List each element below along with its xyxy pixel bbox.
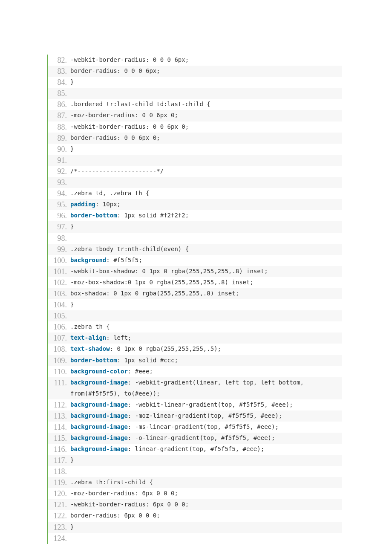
line-number: 114. [48, 422, 69, 433]
line-content: .zebra th { [69, 321, 342, 332]
line-content: background-image: -o-linear-gradient(top… [69, 433, 342, 444]
line-content: -webkit-border-radius: 0 0 6px 0; [69, 121, 342, 133]
line-number: 87. [48, 110, 69, 121]
code-text: : #f5f5f5; [106, 257, 142, 263]
line-content: border-bottom: 1px solid #f2f2f2; [69, 210, 342, 221]
code-line: 96.border-bottom: 1px solid #f2f2f2; [48, 210, 342, 221]
page-container: 82.-webkit-border-radius: 0 0 0 6px;83.b… [0, 0, 392, 555]
keyword: background-image [70, 434, 128, 441]
line-content: } [69, 144, 342, 155]
code-line: 113.background-image: -moz-linear-gradie… [48, 410, 342, 422]
code-text: .zebra tbody tr:nth-child(even) { [70, 246, 189, 252]
line-number: 89. [48, 133, 69, 144]
line-number: 118. [48, 466, 69, 477]
code-listing: 82.-webkit-border-radius: 0 0 0 6px;83.b… [47, 55, 342, 544]
code-line: 104.} [48, 299, 342, 310]
keyword: border-bottom [70, 212, 117, 219]
line-content: border-bottom: 1px solid #ccc; [69, 355, 342, 366]
code-line: 89.border-radius: 0 0 6px 0; [48, 133, 342, 144]
line-number: 88. [48, 121, 69, 133]
line-number: 102. [48, 277, 69, 288]
code-line: 116.background-image: linear-gradient(to… [48, 444, 342, 455]
line-number: 90. [48, 144, 69, 155]
line-content [69, 533, 342, 544]
line-content: -moz-border-radius: 0 0 6px 0; [69, 110, 342, 121]
code-line: 99..zebra tbody tr:nth-child(even) { [48, 244, 342, 255]
line-content: -moz-box-shadow:0 1px 0 rgba(255,255,255… [69, 277, 342, 288]
line-content: border-radius: 0 0 0 6px; [69, 66, 342, 77]
code-text: -webkit-box-shadow: 0 1px 0 rgba(255,255… [70, 268, 268, 275]
code-line: 92./*----------------------*/ [48, 166, 342, 177]
line-content: -webkit-box-shadow: 0 1px 0 rgba(255,255… [69, 266, 342, 277]
code-line: 122.border-radius: 6px 0 0 0; [48, 510, 342, 521]
code-text: box-shadow: 0 1px 0 rgba(255,255,255,.8)… [70, 290, 239, 297]
keyword: background-color [70, 368, 128, 375]
line-number: 82. [48, 55, 69, 66]
code-text: } [70, 523, 74, 530]
code-text: .zebra th:first-child { [70, 479, 153, 486]
keyword: background-image [70, 401, 128, 408]
line-number: 93. [48, 177, 69, 188]
line-number: 92. [48, 166, 69, 177]
code-line: 114.background-image: -ms-linear-gradien… [48, 422, 342, 433]
line-content: background-image: -moz-linear-gradient(t… [69, 410, 342, 422]
code-line: 110.background-color: #eee; [48, 366, 342, 377]
code-text: : 1px solid #ccc; [117, 357, 178, 364]
line-number: 115. [48, 433, 69, 444]
line-content: .zebra td, .zebra th { [69, 188, 342, 199]
code-text: : -moz-linear-gradient(top, #f5f5f5, #ee… [128, 412, 282, 419]
line-content: background: #f5f5f5; [69, 255, 342, 266]
line-number: 100. [48, 255, 69, 266]
code-line: 105. [48, 310, 342, 321]
code-line: 94..zebra td, .zebra th { [48, 188, 342, 199]
code-text: : 0 1px 0 rgba(255,255,255,.5); [110, 345, 221, 352]
line-content [69, 155, 342, 166]
code-line: 115.background-image: -o-linear-gradient… [48, 433, 342, 444]
line-content [69, 88, 342, 99]
code-text: .bordered tr:last-child td:last-child { [70, 101, 210, 107]
line-content: background-image: -webkit-gradient(linea… [69, 377, 342, 399]
code-text: : 1px solid #f2f2f2; [117, 212, 189, 219]
code-line: 86..bordered tr:last-child td:last-child… [48, 99, 342, 110]
code-line: 106..zebra th { [48, 321, 342, 332]
keyword: text-align [70, 334, 106, 341]
line-content: -webkit-border-radius: 6px 0 0 0; [69, 499, 342, 510]
line-number: 86. [48, 99, 69, 110]
code-text: -moz-box-shadow:0 1px 0 rgba(255,255,255… [70, 279, 254, 286]
code-text: : 10px; [95, 201, 121, 208]
line-number: 117. [48, 455, 69, 466]
code-line: 102.-moz-box-shadow:0 1px 0 rgba(255,255… [48, 277, 342, 288]
keyword: background [70, 257, 106, 263]
line-content [69, 177, 342, 188]
keyword: text-shadow [70, 345, 110, 352]
line-content: } [69, 522, 342, 533]
line-number: 120. [48, 488, 69, 499]
line-content [69, 233, 342, 244]
line-number: 107. [48, 332, 69, 344]
line-content: } [69, 77, 342, 88]
line-content: text-shadow: 0 1px 0 rgba(255,255,255,.5… [69, 344, 342, 355]
line-content: text-align: left; [69, 332, 342, 344]
code-line: 109.border-bottom: 1px solid #ccc; [48, 355, 342, 366]
code-line: 95.padding: 10px; [48, 199, 342, 210]
code-line: 90.} [48, 144, 342, 155]
code-line: 97.} [48, 221, 342, 232]
line-number: 119. [48, 477, 69, 488]
code-line: 93. [48, 177, 342, 188]
line-number: 95. [48, 199, 69, 210]
keyword: background-image [70, 412, 128, 419]
line-content: -moz-border-radius: 6px 0 0 0; [69, 488, 342, 499]
code-line: 87.-moz-border-radius: 0 0 6px 0; [48, 110, 342, 121]
line-number: 104. [48, 299, 69, 310]
code-text: : linear-gradient(top, #f5f5f5, #eee); [128, 445, 264, 452]
code-line: 108.text-shadow: 0 1px 0 rgba(255,255,25… [48, 344, 342, 355]
code-line: 123.} [48, 522, 342, 533]
line-content: background-image: linear-gradient(top, #… [69, 444, 342, 455]
line-number: 101. [48, 266, 69, 277]
line-number: 112. [48, 399, 69, 410]
line-content: box-shadow: 0 1px 0 rgba(255,255,255,.8)… [69, 288, 342, 299]
code-text: } [70, 78, 74, 85]
code-text: : left; [106, 334, 131, 341]
line-content: } [69, 455, 342, 466]
code-line: 111.background-image: -webkit-gradient(l… [48, 377, 342, 399]
